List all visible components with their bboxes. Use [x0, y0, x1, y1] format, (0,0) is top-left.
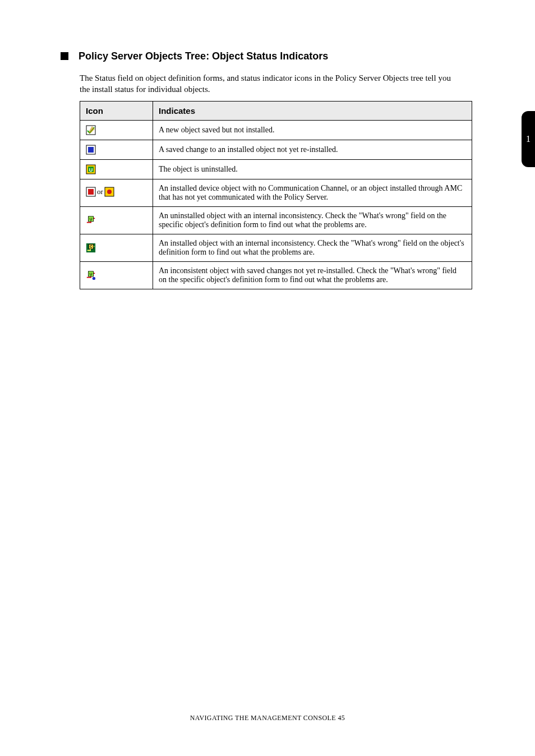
or-separator: or	[97, 187, 103, 196]
table-row: A new object saved but not installed.	[80, 120, 472, 140]
icon-cell: or	[80, 179, 153, 206]
icon-cell	[80, 120, 153, 140]
desc-cell: An installed device object with no Commu…	[153, 179, 472, 206]
square-bullet-icon	[61, 52, 68, 60]
desc-cell: An inconsistent object with saved change…	[153, 261, 472, 289]
svg-text:C: C	[90, 245, 93, 248]
share-u2-icon: U	[86, 270, 96, 280]
box-yellow-dot-icon	[104, 187, 114, 197]
icon-cell: U	[80, 159, 153, 179]
table-header-row: Icon Indicates	[80, 101, 472, 120]
share-c-icon: C	[86, 243, 96, 253]
col-header-icon: Icon	[80, 101, 153, 120]
icon-cell: C	[80, 234, 153, 261]
icon-cell: U	[80, 261, 153, 289]
table-row: C An installed object with an internal i…	[80, 234, 472, 261]
desc-cell: The object is uninstalled.	[153, 159, 472, 179]
side-tab: 1	[522, 111, 535, 167]
icon-cell	[80, 140, 153, 159]
section-lead: The Status field on object definition fo…	[80, 72, 461, 95]
box-green-u-icon: U	[86, 164, 96, 174]
desc-cell: A saved change to an installed object no…	[153, 140, 472, 159]
table-row: U The object is uninstalled.	[80, 159, 472, 179]
desc-cell: An installed object with an internal inc…	[153, 234, 472, 261]
page: 1 Policy Server Objects Tree: Object Sta…	[0, 0, 535, 756]
table-row: U An uninstalled object with an internal…	[80, 206, 472, 234]
check-pencil-icon	[86, 125, 96, 135]
box-blue-icon	[86, 145, 96, 155]
section-heading: Policy Server Objects Tree: Object Statu…	[79, 50, 328, 62]
svg-rect-2	[88, 147, 94, 153]
share-u-icon: U	[86, 215, 96, 225]
svg-text:U: U	[89, 167, 93, 173]
box-red-icon	[86, 187, 96, 197]
svg-rect-7	[88, 189, 94, 195]
side-tab-label: 1	[526, 134, 531, 144]
svg-point-17	[93, 276, 95, 279]
col-header-indicates: Indicates	[153, 101, 472, 120]
svg-text:U: U	[89, 216, 92, 222]
table-row: A saved change to an installed object no…	[80, 140, 472, 159]
section-heading-row: Policy Server Objects Tree: Object Statu…	[61, 50, 485, 62]
table-row: U An inconsistent object with saved chan…	[80, 261, 472, 289]
box-red-pair-icon-combo: or	[86, 187, 114, 197]
status-icons-table: Icon Indicates A new object saved but no…	[80, 101, 472, 289]
table-row: or An installed device object with no Co…	[80, 179, 472, 206]
icon-cell: U	[80, 206, 153, 234]
desc-cell: An uninstalled object with an internal i…	[153, 206, 472, 234]
svg-point-9	[107, 190, 112, 194]
desc-cell: A new object saved but not installed.	[153, 120, 472, 140]
page-footer: NAVIGATING THE MANAGEMENT CONSOLE 45	[0, 714, 535, 722]
svg-text:U: U	[89, 271, 92, 276]
